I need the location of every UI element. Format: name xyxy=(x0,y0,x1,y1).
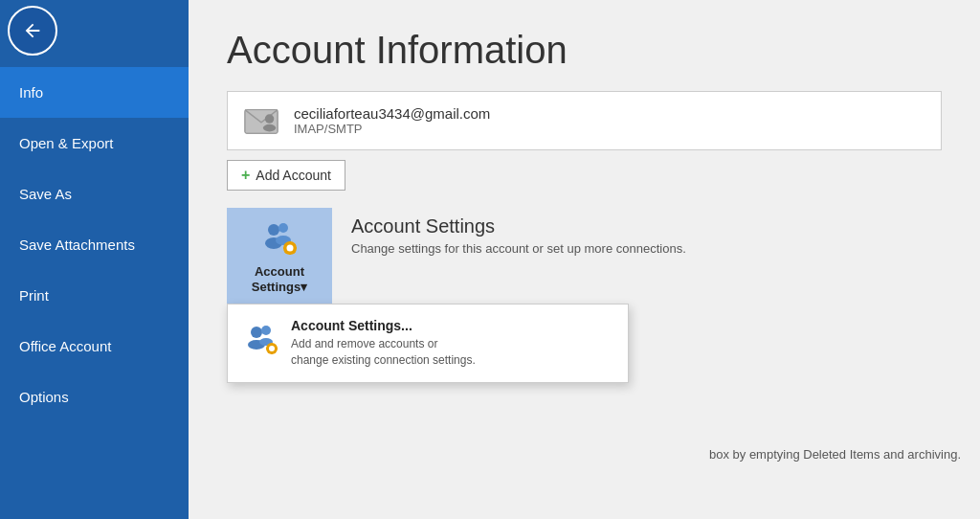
account-settings-tile-button[interactable]: Account Settings▾ xyxy=(227,208,332,304)
account-type: IMAP/SMTP xyxy=(294,122,490,136)
sidebar-item-print[interactable]: Print xyxy=(0,270,189,321)
account-row: ceciliaforteau3434@gmail.com IMAP/SMTP xyxy=(227,91,942,150)
main-content: Account Information ceciliaforteau3434@g… xyxy=(189,0,980,519)
account-details: ceciliaforteau3434@gmail.com IMAP/SMTP xyxy=(294,105,490,136)
sidebar-item-office-account[interactable]: Office Account xyxy=(0,321,189,372)
dropdown-item-description: Add and remove accounts or change existi… xyxy=(291,336,476,369)
svg-point-4 xyxy=(268,224,279,236)
svg-rect-11 xyxy=(289,252,291,255)
content-area: ceciliaforteau3434@gmail.com IMAP/SMTP +… xyxy=(189,91,980,519)
account-email: ceciliaforteau3434@gmail.com xyxy=(294,105,490,122)
sidebar-item-info[interactable]: Info xyxy=(0,67,189,118)
dropdown-text: Account Settings... Add and remove accou… xyxy=(291,318,476,369)
plus-icon: + xyxy=(241,167,250,184)
page-title: Account Information xyxy=(189,0,980,91)
dropdown-icon xyxy=(243,320,279,356)
tile-title: Account Settings xyxy=(351,215,686,237)
back-button[interactable] xyxy=(8,6,57,56)
dropdown-account-settings-item[interactable]: Account Settings... Add and remove accou… xyxy=(228,305,628,382)
sidebar: Info Open & Export Save As Save Attachme… xyxy=(0,0,189,519)
svg-point-2 xyxy=(265,114,275,124)
svg-rect-25 xyxy=(271,352,273,355)
svg-point-9 xyxy=(287,245,294,252)
svg-rect-27 xyxy=(276,348,278,350)
sidebar-item-save-attachments[interactable]: Save Attachments xyxy=(0,219,189,270)
account-settings-icon xyxy=(258,216,301,259)
tile-info: Account Settings Change settings for thi… xyxy=(332,208,705,263)
svg-point-20 xyxy=(261,326,271,335)
svg-rect-12 xyxy=(283,247,286,249)
sidebar-item-options[interactable]: Options xyxy=(0,372,189,422)
bottom-hint: box by emptying Deleted Items and archiv… xyxy=(709,447,961,462)
svg-point-6 xyxy=(278,223,288,233)
dropdown-item-title: Account Settings... xyxy=(291,318,476,333)
tile-description: Change settings for this account or set … xyxy=(351,241,686,256)
svg-rect-26 xyxy=(266,348,269,350)
sidebar-nav: Info Open & Export Save As Save Attachme… xyxy=(0,67,189,422)
svg-point-18 xyxy=(251,327,262,338)
svg-point-23 xyxy=(269,346,275,351)
tile-label: Account Settings▾ xyxy=(252,264,307,294)
account-settings-tile: Account Settings▾ Account Settings Chang… xyxy=(227,208,942,304)
svg-rect-10 xyxy=(289,241,291,244)
svg-point-3 xyxy=(263,124,276,132)
add-account-button[interactable]: + Add Account xyxy=(227,160,345,191)
svg-rect-13 xyxy=(294,247,297,249)
add-account-label: Add Account xyxy=(256,168,331,183)
svg-rect-24 xyxy=(271,343,273,346)
sidebar-item-save-as[interactable]: Save As xyxy=(0,169,189,219)
sidebar-item-open-export[interactable]: Open & Export xyxy=(0,118,189,169)
account-icon xyxy=(242,102,280,140)
account-settings-dropdown: Account Settings... Add and remove accou… xyxy=(227,304,629,383)
